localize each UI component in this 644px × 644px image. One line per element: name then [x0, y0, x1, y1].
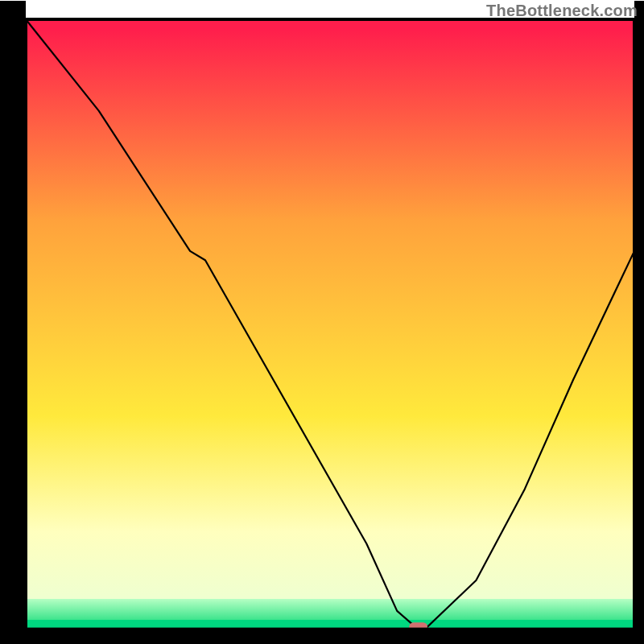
- margin-left: [0, 0, 26, 644]
- margin-top: [0, 0, 644, 1]
- chart-container: TheBottleneck.com: [0, 0, 644, 644]
- margin-bottom: [0, 630, 644, 644]
- watermark-text: TheBottleneck.com: [486, 2, 638, 20]
- bottleneck-chart: [0, 0, 644, 644]
- chart-background: [26, 19, 634, 630]
- margin-right: [634, 0, 644, 644]
